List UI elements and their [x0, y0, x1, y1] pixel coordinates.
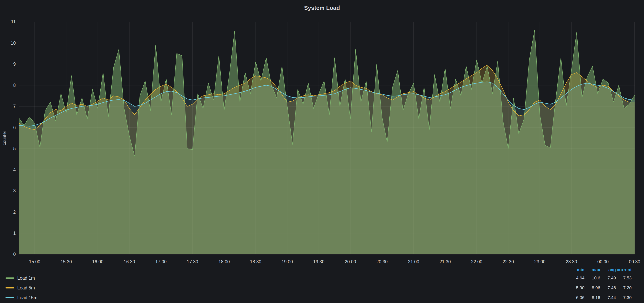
y-tick-label: 11	[11, 19, 16, 24]
x-tick-label: 22:00	[471, 259, 482, 264]
x-tick-label: 17:30	[187, 259, 198, 264]
x-tick-label: 21:00	[408, 259, 419, 264]
time-series-chart[interactable]: 0123456789101115:0015:3016:0016:3017:001…	[0, 16, 644, 266]
x-tick-label: 23:00	[534, 259, 546, 264]
x-tick-label: 18:00	[218, 259, 230, 264]
series-label: Load 1m	[17, 276, 35, 281]
y-tick-label: 0	[13, 252, 16, 257]
x-tick-label: 16:00	[92, 259, 104, 264]
x-tick-label: 16:30	[124, 259, 135, 264]
legend-column-current[interactable]: current	[616, 267, 632, 272]
legend-header: min max avg current	[6, 266, 632, 273]
legend-row-load-1m: Load 1m 4.64 10.6 7.49 7.53	[6, 273, 632, 283]
series-area-load-15m	[19, 82, 634, 254]
x-tick-label: 19:00	[282, 259, 293, 264]
value-avg: 7.49	[600, 276, 616, 280]
value-avg: 7.44	[600, 295, 616, 300]
value-min: 4.64	[569, 276, 584, 280]
x-tick-label: 15:00	[29, 259, 40, 264]
panel-title: System Load	[0, 0, 644, 16]
x-tick-label: 19:30	[313, 259, 324, 264]
x-tick-label: 21:30	[440, 259, 451, 264]
value-min: 6.06	[569, 295, 584, 300]
value-max: 8.16	[584, 295, 600, 300]
x-tick-label: 20:30	[376, 259, 388, 264]
x-tick-label: 00:30	[629, 259, 640, 264]
series-color-swatch-icon	[6, 287, 14, 288]
series-color-swatch-icon	[6, 278, 14, 279]
y-tick-label: 1	[13, 231, 16, 236]
value-max: 10.6	[584, 276, 600, 280]
legend-row-load-15m: Load 15m 6.06 8.16 7.44 7.30	[6, 293, 632, 302]
x-tick-label: 23:30	[566, 259, 577, 264]
value-min: 5.90	[569, 285, 584, 290]
legend-column-avg[interactable]: avg	[600, 267, 616, 272]
value-current: 7.20	[616, 285, 632, 290]
y-tick-label: 3	[13, 188, 16, 193]
y-tick-label: 8	[13, 83, 16, 88]
series-label: Load 15m	[17, 295, 37, 300]
legend-row-load-5m: Load 5m 5.90 8.96 7.46 7.20	[6, 283, 632, 293]
y-tick-label: 6	[13, 125, 16, 130]
x-tick-label: 00:00	[598, 259, 609, 264]
system-load-panel: System Load 0123456789101115:0015:3016:0…	[0, 0, 644, 303]
series-color-swatch-icon	[6, 297, 14, 298]
legend-toggle-load-15m[interactable]: Load 15m	[6, 295, 569, 300]
y-tick-label: 7	[13, 104, 16, 109]
value-current: 7.53	[616, 276, 632, 280]
legend-toggle-load-5m[interactable]: Load 5m	[6, 285, 569, 290]
y-tick-label: 9	[13, 62, 16, 66]
x-tick-label: 17:00	[155, 259, 166, 264]
x-tick-label: 22:30	[502, 259, 514, 264]
x-tick-label: 18:30	[250, 259, 262, 264]
legend-column-min[interactable]: min	[569, 267, 584, 272]
y-axis-title: counter	[2, 131, 7, 145]
series-label: Load 5m	[17, 285, 35, 290]
y-tick-label: 10	[10, 40, 16, 46]
value-max: 8.96	[584, 285, 600, 290]
legend-column-max[interactable]: max	[584, 267, 600, 272]
x-tick-label: 20:00	[345, 259, 356, 264]
y-tick-label: 2	[13, 210, 16, 214]
legend: min max avg current Load 1m 4.64 10.6 7.…	[0, 266, 644, 303]
value-avg: 7.46	[600, 285, 616, 290]
y-tick-label: 5	[13, 146, 16, 151]
value-current: 7.30	[616, 295, 632, 300]
x-tick-label: 15:30	[60, 259, 72, 264]
y-tick-label: 4	[13, 167, 16, 172]
legend-toggle-load-1m[interactable]: Load 1m	[6, 276, 569, 281]
